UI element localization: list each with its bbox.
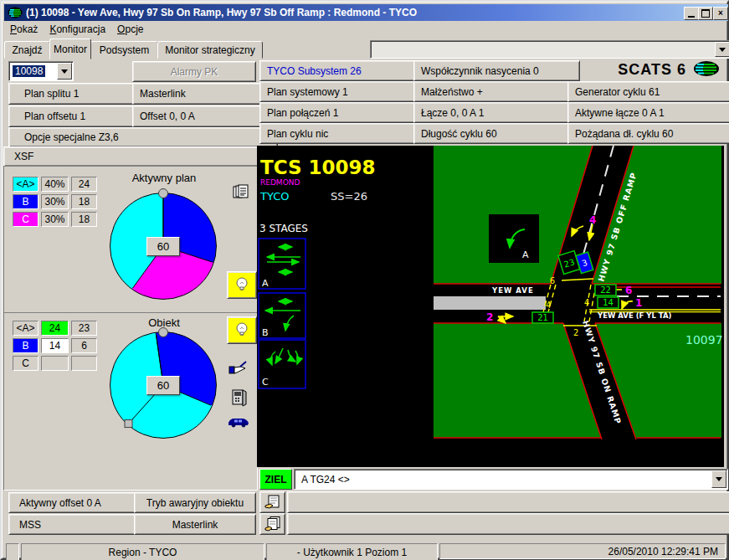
site-fallback-button[interactable]: Tryb awaryjny obiektu xyxy=(134,492,256,513)
svg-text:4: 4 xyxy=(584,298,589,307)
maximize-button[interactable] xyxy=(698,7,713,20)
site-phase-b-cell[interactable]: B xyxy=(13,338,39,353)
xsf-button[interactable]: XSF xyxy=(3,146,275,167)
svg-text:6: 6 xyxy=(550,276,555,285)
close-button[interactable]: × xyxy=(713,7,728,20)
yew-ave-median xyxy=(434,296,546,310)
active-plan-pie-knob[interactable] xyxy=(158,188,168,198)
site-panel-pie: Obiekt <A> 24 23 B 14 6 C 60 xyxy=(3,312,258,491)
subsystem-cell[interactable]: TYCO Subsystem 26 xyxy=(259,60,426,81)
report-button[interactable] xyxy=(259,491,285,513)
neighbor-tcs-label: 10097 xyxy=(685,333,723,347)
masterlink-button[interactable]: Masterlink xyxy=(132,83,270,105)
alarms-button[interactable]: Alarmy PK xyxy=(132,61,256,82)
svg-text:21: 21 xyxy=(537,313,548,322)
site-phase-c-val2 xyxy=(71,356,97,371)
application-window: (1) 10098 - Yew Ave, Hwy 97 Sb On Ramp, … xyxy=(0,0,729,560)
scats-brand-label: SCATS 6 xyxy=(618,61,686,79)
yew-ave-label: YEW AVE xyxy=(491,286,534,295)
offset-button[interactable]: Offset 0, 0 A xyxy=(132,105,270,127)
map-region-label: REDMOND xyxy=(260,178,300,187)
toolbar-combo-arrow[interactable] xyxy=(715,42,729,57)
phase-a-split: 40% xyxy=(41,177,69,192)
site-phase-b-val2: 6 xyxy=(71,338,97,353)
site-combo-arrow[interactable] xyxy=(57,63,72,80)
active-link-cell[interactable]: Aktywne łącze 0 A 1 xyxy=(567,102,729,123)
phase-b-time: 18 xyxy=(71,194,97,209)
lamps-button[interactable] xyxy=(227,271,257,299)
tab-monitor[interactable]: Monitor xyxy=(49,39,91,59)
site-lamps-button[interactable] xyxy=(227,316,257,344)
lightbulb-icon xyxy=(234,321,249,340)
offset-plan-button[interactable]: Plan offsetu 1 xyxy=(8,105,152,127)
intersection-map: 6 4 4 2 4 6 1 2 23 3 xyxy=(257,146,724,467)
stage-inset: A xyxy=(489,214,539,263)
window-title: (1) 10098 - Yew Ave, Hwy 97 Sb On Ramp, … xyxy=(26,7,417,18)
split-plan-button[interactable]: Plan splitu 1 xyxy=(8,83,152,105)
detector-22: 22 xyxy=(595,285,616,295)
active-plan-panel: Aktywny plan <A> 40% 24 B 30% 18 C 30% 1… xyxy=(3,166,258,313)
pie-drag-handle[interactable] xyxy=(125,420,132,428)
phase-a-cell[interactable]: <A> xyxy=(13,177,39,192)
status-spacer xyxy=(6,543,19,560)
hand-pen-icon[interactable] xyxy=(228,360,249,380)
tab-podsystem[interactable]: Podsystem xyxy=(90,41,158,59)
scats-logo-icon xyxy=(8,7,23,18)
svg-text:2: 2 xyxy=(573,328,578,337)
cycle-length-cell[interactable]: Długość cyklu 60 xyxy=(413,123,580,144)
menu-opcje[interactable]: Opcje xyxy=(111,22,149,37)
svg-text:4: 4 xyxy=(546,301,551,310)
svg-text:C: C xyxy=(262,377,269,388)
site-phase-a-cell[interactable]: <A> xyxy=(13,321,39,336)
minimize-button[interactable] xyxy=(684,7,699,20)
phase-a-time: 24 xyxy=(71,177,97,192)
saturation-cell[interactable]: Współczynnik nasycenia 0 xyxy=(413,60,580,81)
svg-text:A: A xyxy=(522,249,529,260)
controller-icon[interactable] xyxy=(231,388,248,410)
special-options-button[interactable]: Opcje specjalne Z3,6 xyxy=(8,127,278,147)
car-icon[interactable] xyxy=(227,415,250,431)
svg-text:4: 4 xyxy=(589,214,596,226)
marriage-cell[interactable]: Małżeństwo + xyxy=(413,81,580,102)
phase-c-cell[interactable]: C xyxy=(13,212,39,227)
site-phase-c-cell[interactable]: C xyxy=(13,356,39,371)
system-plan-cell[interactable]: Plan systemowy 1 xyxy=(259,81,426,102)
site-combo[interactable]: 10098 xyxy=(8,61,74,81)
cycle-plan-cell[interactable]: Plan cyklu nic xyxy=(259,123,426,144)
tab-znajdz[interactable]: Znajdź xyxy=(4,41,50,59)
reports-button[interactable] xyxy=(259,513,285,535)
mss-button[interactable]: MSS xyxy=(8,514,149,535)
copy-documents-icon[interactable] xyxy=(233,184,251,204)
site-phase-a-val1: 24 xyxy=(41,321,69,336)
svg-text:22: 22 xyxy=(600,285,611,295)
site-phase-c-val1 xyxy=(41,356,69,371)
status-user: - Użytkownik 1 Poziom 1 xyxy=(266,543,438,560)
site-phase-b-val1: 14 xyxy=(41,338,69,353)
toolbar-combo[interactable] xyxy=(370,40,729,59)
detector-21: 21 xyxy=(532,312,553,323)
active-plan-title: Aktywny plan xyxy=(101,172,227,184)
report-field-2 xyxy=(287,513,729,535)
active-plan-cycle-box: 60 xyxy=(146,237,180,256)
status-datetime: 26/05/2010 12:29:41 PM xyxy=(439,543,726,559)
signal-group-combo-arrow[interactable] xyxy=(711,470,726,488)
tab-monitor-strategiczny[interactable]: Monitor strategiczny xyxy=(157,41,263,59)
menu-konfiguracja[interactable]: Konfiguracja xyxy=(44,22,111,37)
link-plan-cell[interactable]: Plan połączeń 1 xyxy=(259,102,426,123)
site-pie-legend: <A> 24 23 B 14 6 C xyxy=(13,321,97,371)
lightbulb-icon xyxy=(234,276,249,295)
signal-group-combo[interactable]: A TG24 <> xyxy=(294,469,728,490)
detector-14: 14 xyxy=(598,297,619,308)
cycle-generator-cell[interactable]: Generator cyklu 61 xyxy=(567,81,729,102)
active-offset-button[interactable]: Aktywny offset 0 A xyxy=(8,492,149,513)
menu-pokaz[interactable]: Pokaż xyxy=(4,22,44,37)
svg-text:14: 14 xyxy=(603,298,613,307)
site-pie-knob[interactable] xyxy=(158,327,168,337)
phase-b-cell[interactable]: B xyxy=(13,194,39,209)
link-cell[interactable]: Łącze 0, 0 A 1 xyxy=(413,102,580,123)
svg-text:A: A xyxy=(262,278,269,289)
menu-bar: Pokaż Konfiguracja Opcje xyxy=(4,21,728,38)
site-combo-value: 10098 xyxy=(13,65,45,77)
desired-cycle-cell[interactable]: Pożądana dł. cyklu 60 xyxy=(567,123,729,144)
masterlink-bottom-button[interactable]: Masterlink xyxy=(134,514,256,535)
